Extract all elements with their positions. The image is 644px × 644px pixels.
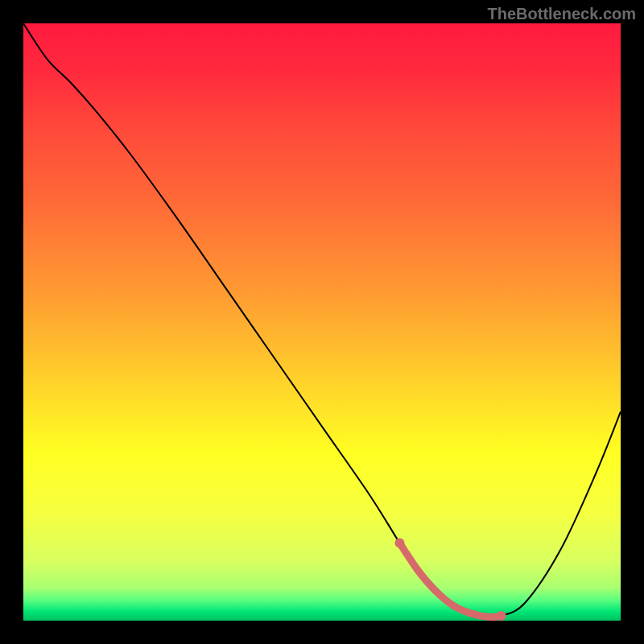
optimal-range-dot (497, 611, 506, 621)
gradient-background (23, 23, 621, 621)
optimal-range-dot (431, 587, 439, 594)
optimal-range-dot (394, 539, 404, 548)
plot-area (23, 23, 621, 621)
optimal-range-dot (450, 602, 457, 609)
optimal-range-dot (414, 566, 421, 573)
optimal-range-dot (468, 610, 475, 617)
watermark-text: TheBottleneck.com (488, 5, 636, 23)
optimal-range-dot (485, 613, 493, 621)
bottleneck-chart (23, 23, 621, 621)
